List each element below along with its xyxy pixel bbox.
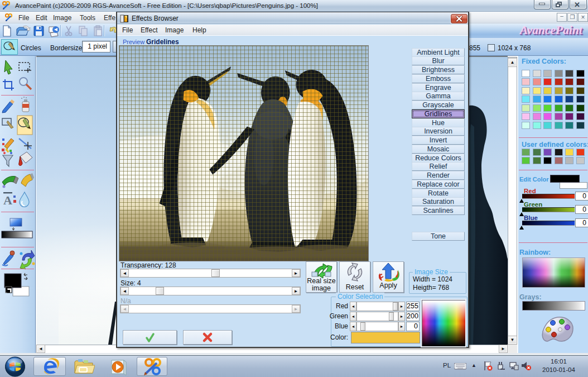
svg-text:A: A [3, 193, 12, 207]
